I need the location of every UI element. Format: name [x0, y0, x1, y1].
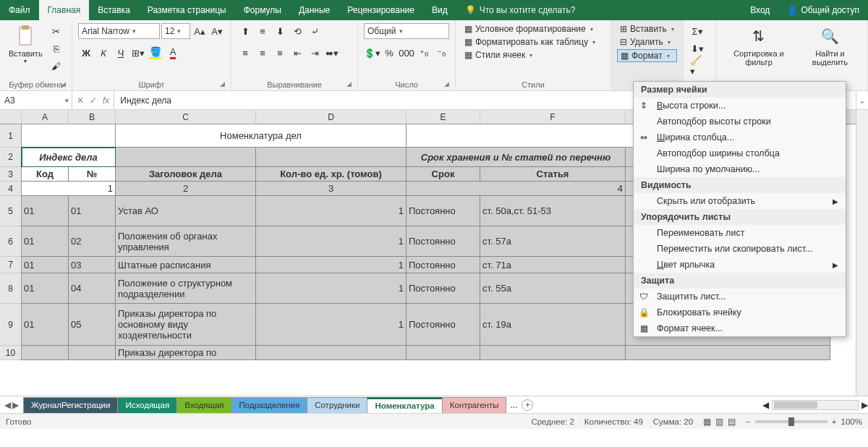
cell[interactable]: Приказы директора по основному виду хозд… [116, 304, 256, 346]
align-top-button[interactable]: ⬆ [237, 23, 253, 39]
cell[interactable] [256, 148, 407, 167]
menu-row-height[interactable]: ⇕Высота строки... [634, 98, 846, 114]
cell[interactable] [69, 346, 116, 360]
cell[interactable]: 4 [407, 182, 626, 196]
menu-hide-unhide[interactable]: Скрыть или отобразить▶ [634, 193, 846, 209]
row-header[interactable]: 6 [0, 226, 21, 257]
menu-move-copy-sheet[interactable]: Переместить или скопировать лист... [634, 241, 846, 257]
menu-default-width[interactable]: Ширина по умолчанию... [634, 161, 846, 177]
col-header[interactable]: C [116, 110, 256, 124]
launcher-icon[interactable]: ◢ [61, 80, 66, 88]
col-header[interactable]: B [69, 110, 116, 124]
sheet-tab[interactable]: Подразделения [231, 397, 308, 413]
cell[interactable]: Постоянно [407, 226, 480, 257]
tab-file[interactable]: Файл [0, 0, 39, 20]
sheet-tab[interactable]: ЖурналРегистрации [23, 397, 118, 413]
cell[interactable]: 01 [22, 257, 69, 273]
format-cells-button[interactable]: ▦Формат [617, 49, 677, 62]
zoom-level[interactable]: 100% [841, 417, 862, 426]
view-normal-button[interactable]: ▦ [703, 417, 711, 427]
insert-cells-button[interactable]: ⊞Вставить [617, 23, 677, 35]
align-middle-button[interactable]: ≡ [255, 23, 271, 39]
clear-button[interactable]: 🧹▾ [689, 58, 705, 74]
cell[interactable]: Устав АО [116, 196, 256, 226]
tab-review[interactable]: Рецензирование [339, 0, 423, 20]
name-box[interactable]: A3 [0, 91, 72, 109]
align-left-button[interactable]: ≡ [237, 45, 253, 61]
percent-button[interactable]: % [381, 45, 397, 61]
launcher-icon[interactable]: ◢ [444, 80, 449, 88]
cut-button[interactable]: ✂ [48, 23, 64, 39]
borders-button[interactable]: ⊞▾ [130, 45, 146, 61]
cell[interactable] [22, 124, 116, 148]
cell[interactable]: Статья [480, 167, 626, 182]
conditional-formatting-button[interactable]: ▦Условное форматирование [461, 23, 598, 35]
underline-button[interactable]: Ч [113, 45, 129, 61]
row-header[interactable]: 5 [0, 196, 21, 226]
cell[interactable]: ст. 71а [480, 257, 626, 273]
tell-me[interactable]: 💡Что вы хотите сделать? [456, 0, 584, 20]
hscroll-left[interactable]: ◀ [762, 400, 769, 410]
sheet-nav-next[interactable]: ▶ [12, 400, 19, 410]
launcher-icon[interactable]: ◢ [220, 80, 225, 88]
cell[interactable]: 01 [22, 304, 69, 346]
cell[interactable] [407, 346, 480, 360]
cell[interactable] [256, 346, 407, 360]
menu-autofit-col[interactable]: Автоподбор ширины столбца [634, 145, 846, 161]
font-color-button[interactable]: A [165, 45, 181, 61]
cell[interactable] [626, 346, 830, 360]
cell[interactable]: Номенклатура дел [116, 124, 407, 148]
cell[interactable]: 01 [22, 196, 69, 226]
font-name-combo[interactable]: Arial Narrow [78, 23, 160, 39]
cell[interactable]: Код [22, 167, 69, 182]
cell-styles-button[interactable]: ▦Стили ячеек [461, 49, 598, 61]
hscroll-right[interactable]: ▶ [861, 400, 868, 410]
number-format-combo[interactable]: Общий [364, 23, 449, 39]
expand-formula-button[interactable]: ⌄ [856, 91, 868, 109]
zoom-slider[interactable] [755, 420, 827, 423]
cell[interactable]: Постоянно [407, 196, 480, 226]
align-bottom-button[interactable]: ⬇ [272, 23, 288, 39]
increase-font-button[interactable]: A▴ [192, 23, 208, 39]
cell[interactable]: 04 [69, 273, 116, 304]
row-header[interactable]: 2 [0, 148, 21, 167]
decrease-font-button[interactable]: A▾ [209, 23, 225, 39]
sort-filter-button[interactable]: ⇅ Сортировка и фильтр [722, 23, 796, 68]
format-painter-button[interactable]: 🖌 [48, 58, 64, 74]
sheet-tab[interactable]: Исходящая [117, 397, 177, 413]
vertical-scrollbar[interactable] [856, 110, 868, 396]
cell[interactable] [116, 148, 256, 167]
share-button[interactable]: 👤Общий доступ [778, 0, 868, 20]
bold-button[interactable]: Ж [78, 45, 94, 61]
launcher-icon[interactable]: ◢ [346, 80, 352, 88]
cell[interactable]: Штатные расписания [116, 257, 256, 273]
cell[interactable]: 1 [256, 304, 407, 346]
cell[interactable]: 02 [69, 226, 116, 257]
cell[interactable]: 1 [22, 182, 116, 196]
cell[interactable]: 01 [22, 226, 69, 257]
cell[interactable]: Положение о структурном подразделении [116, 273, 256, 304]
copy-button[interactable]: ⎘ [48, 41, 64, 56]
merge-button[interactable]: ⬌▾ [324, 45, 340, 61]
currency-button[interactable]: 💲▾ [364, 45, 380, 61]
cell[interactable]: ст. 19а [480, 304, 626, 346]
col-header[interactable]: F [480, 110, 626, 124]
cell[interactable]: 03 [69, 257, 116, 273]
sheet-tab[interactable]: Сотрудники [307, 397, 367, 413]
cell[interactable]: Положения об органах управления [116, 226, 256, 257]
align-center-button[interactable]: ≡ [255, 45, 271, 61]
font-size-combo[interactable]: 12 [161, 23, 190, 39]
cell[interactable]: Срок [407, 167, 480, 182]
cell[interactable]: 01 [22, 273, 69, 304]
cell[interactable] [480, 346, 626, 360]
row-header[interactable]: 7 [0, 257, 21, 273]
fx-icon[interactable]: fx [103, 95, 109, 106]
menu-rename-sheet[interactable]: Переименовать лист [634, 225, 846, 241]
indent-dec-button[interactable]: ⇤ [289, 45, 305, 61]
sheet-nav-prev[interactable]: ◀ [4, 400, 11, 410]
row-header[interactable]: 3 [0, 167, 21, 182]
tab-home[interactable]: Главная [39, 0, 90, 20]
cell[interactable]: ст. 55а [480, 273, 626, 304]
cell[interactable]: Срок хранения и № статей по перечню [407, 148, 626, 167]
cell[interactable]: 1 [256, 257, 407, 273]
